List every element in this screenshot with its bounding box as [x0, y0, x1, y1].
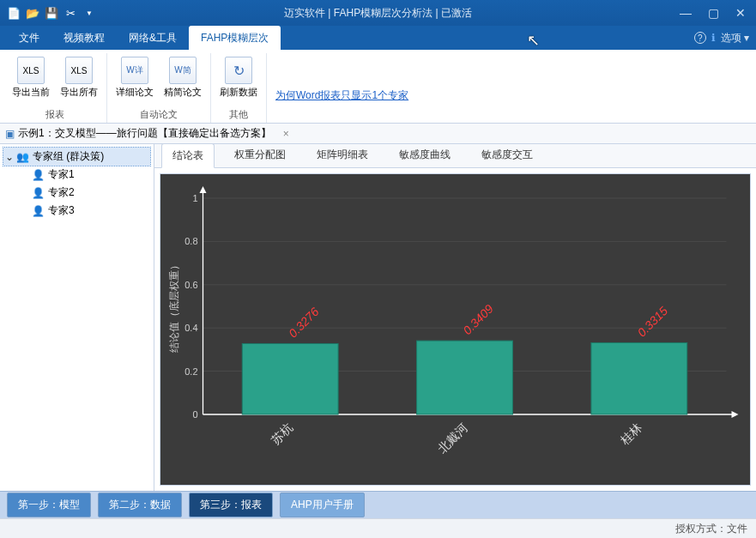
- step-3-button[interactable]: 第三步：报表: [189, 493, 273, 517]
- svg-text:结论值（底层权重）: 结论值（底层权重）: [168, 260, 180, 353]
- detail-paper-button[interactable]: W详 详细论文: [114, 57, 155, 99]
- ribbon-help-link: 为何Word报表只显示1个专家: [267, 53, 417, 123]
- subtab-sensitivity-curve[interactable]: 敏感度曲线: [388, 142, 462, 167]
- menu-video[interactable]: 视频教程: [51, 26, 117, 51]
- tree-expert-1[interactable]: 👤 专家1: [3, 166, 150, 184]
- minimize-button[interactable]: —: [677, 6, 694, 20]
- person-icon: 👤: [31, 187, 45, 199]
- svg-text:0: 0: [192, 409, 197, 420]
- subtab-sensitivity-interact[interactable]: 敏感度交互: [470, 142, 544, 167]
- maximize-button[interactable]: ▢: [705, 6, 722, 20]
- document-tab-bar: ▣ 示例1：交叉模型——旅行问题【直接确定出备选方案】 ×: [0, 124, 756, 144]
- options-dropdown[interactable]: 选项 ▾: [721, 31, 749, 45]
- subtab-weight[interactable]: 权重分配图: [223, 142, 297, 167]
- step-2-button[interactable]: 第二步：数据: [98, 493, 182, 517]
- word-simple-icon: W简: [169, 57, 197, 84]
- tree-root[interactable]: ⌄ 👥 专家组 (群决策): [3, 148, 150, 166]
- svg-marker-15: [732, 411, 739, 418]
- tree-sidebar: ⌄ 👥 专家组 (群决策) 👤 专家1 👤 专家2 👤 专家3: [0, 144, 154, 491]
- svg-text:0.4: 0.4: [184, 323, 197, 333]
- person-icon: 👤: [31, 205, 45, 217]
- ribbon-group-paper: W详 详细论文 W简 精简论文 自动论文: [107, 53, 211, 123]
- export-current-button[interactable]: XLS 导出当前: [10, 57, 51, 99]
- svg-marker-13: [200, 186, 207, 193]
- dropdown-icon[interactable]: ▼: [82, 6, 96, 20]
- subtab-conclusion[interactable]: 结论表: [161, 143, 215, 168]
- svg-rect-16: [242, 343, 338, 414]
- license-status: 授权方式：文件: [675, 522, 747, 536]
- menubar: 文件 视频教程 网络&工具 FAHP模糊层次 ? ℹ 选项 ▾: [0, 26, 756, 50]
- open-icon[interactable]: 📂: [26, 6, 39, 20]
- cube-icon: ▣: [5, 128, 15, 140]
- export-all-button[interactable]: XLS 导出所有: [58, 57, 100, 99]
- bar-chart: 00.20.40.60.810.3276苏杭0.3409北戴河0.3315桂林结…: [160, 173, 751, 486]
- document-tab-title[interactable]: 示例1：交叉模型——旅行问题【直接确定出备选方案】: [18, 126, 271, 141]
- step-4-button[interactable]: AHP用户手册: [280, 493, 365, 517]
- svg-text:0.8: 0.8: [184, 236, 197, 246]
- svg-text:0.3315: 0.3315: [635, 304, 671, 340]
- xls-icon: XLS: [17, 57, 45, 84]
- menu-file[interactable]: 文件: [7, 26, 51, 51]
- ribbon: XLS 导出当前 XLS 导出所有 报表 W详 详细论文 W简 精简论文 自动论…: [0, 50, 756, 124]
- svg-text:0.3409: 0.3409: [460, 301, 496, 337]
- simple-paper-button[interactable]: W简 精简论文: [162, 57, 203, 99]
- chart-svg: 00.20.40.60.810.3276苏杭0.3409北戴河0.3315桂林结…: [160, 174, 750, 485]
- statusbar: 授权方式：文件: [0, 518, 756, 538]
- svg-text:0.3276: 0.3276: [286, 305, 322, 341]
- step-1-button[interactable]: 第一步：模型: [7, 493, 91, 517]
- person-icon: 👤: [31, 169, 45, 181]
- help-icon[interactable]: ?: [694, 32, 706, 44]
- menu-network[interactable]: 网络&工具: [117, 26, 189, 51]
- sub-tab-bar: 结论表 权重分配图 矩阵明细表 敏感度曲线 敏感度交互: [154, 144, 756, 168]
- window-title: 迈实软件 | FAHP模糊层次分析法 | 已激活: [284, 6, 472, 21]
- new-icon[interactable]: 📄: [7, 6, 21, 20]
- svg-text:苏杭: 苏杭: [269, 420, 295, 447]
- close-tab-button[interactable]: ×: [280, 128, 293, 140]
- ribbon-group-report: XLS 导出当前 XLS 导出所有 报表: [3, 53, 107, 123]
- refresh-icon: ↻: [225, 57, 252, 84]
- ribbon-group-other: ↻ 刷新数据 其他: [211, 53, 267, 123]
- cut-icon[interactable]: ✂: [64, 6, 77, 20]
- subtab-matrix[interactable]: 矩阵明细表: [305, 142, 379, 167]
- svg-text:北戴河: 北戴河: [435, 420, 470, 456]
- tree-expert-2[interactable]: 👤 专家2: [3, 184, 150, 202]
- window-controls: — ▢ ✕: [677, 6, 749, 20]
- word-detail-icon: W详: [121, 57, 148, 84]
- word-report-link[interactable]: 为何Word报表只显示1个专家: [275, 88, 408, 103]
- menu-fahp[interactable]: FAHP模糊层次: [189, 26, 281, 51]
- svg-text:1: 1: [192, 193, 197, 203]
- refresh-button[interactable]: ↻ 刷新数据: [218, 57, 259, 99]
- collapse-icon[interactable]: ⌄: [5, 151, 15, 163]
- close-button[interactable]: ✕: [732, 6, 749, 20]
- svg-text:桂林: 桂林: [617, 420, 644, 448]
- svg-rect-22: [591, 342, 687, 414]
- save-icon[interactable]: 💾: [45, 6, 58, 20]
- step-bar: 第一步：模型 第二步：数据 第三步：报表 AHP用户手册: [0, 491, 756, 518]
- chart-area: 结论表 权重分配图 矩阵明细表 敏感度曲线 敏感度交互 00.20.40.60.…: [154, 144, 756, 491]
- info-icon[interactable]: ℹ: [711, 32, 716, 44]
- workspace: ⌄ 👥 专家组 (群决策) 👤 专家1 👤 专家2 👤 专家3 结论表 权重分配…: [0, 144, 756, 491]
- quick-access: 📄 📂 💾 ✂ ▼: [7, 6, 96, 20]
- svg-text:0.2: 0.2: [184, 366, 197, 377]
- tree-expert-3[interactable]: 👤 专家3: [3, 202, 150, 220]
- xls-icon: XLS: [65, 57, 93, 84]
- group-icon: 👥: [15, 151, 29, 163]
- svg-rect-19: [417, 341, 513, 414]
- svg-text:0.6: 0.6: [184, 280, 197, 290]
- titlebar: 📄 📂 💾 ✂ ▼ 迈实软件 | FAHP模糊层次分析法 | 已激活 — ▢ ✕: [0, 0, 756, 26]
